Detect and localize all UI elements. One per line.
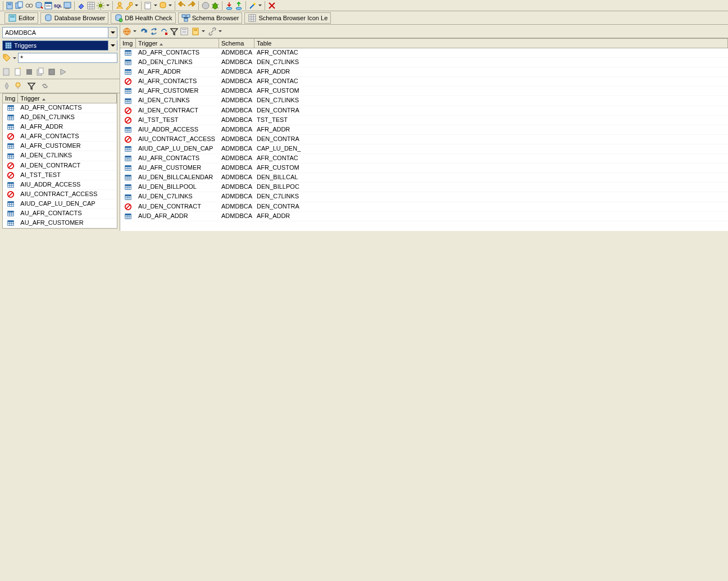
table-row[interactable]: AU_AFR_CONTACTS — [3, 209, 117, 219]
dropdown-arrow-icon[interactable] — [12, 53, 17, 62]
table-row[interactable]: AD_DEN_C7LINKS — [3, 113, 117, 122]
link-icon[interactable] — [40, 81, 49, 90]
combo-dropdown-button[interactable] — [108, 40, 117, 51]
svg-rect-102 — [125, 185, 131, 187]
dropdown-arrow-icon[interactable] — [168, 1, 172, 10]
user-icon[interactable] — [115, 1, 124, 10]
undo-icon[interactable] — [178, 1, 186, 10]
download-icon[interactable] — [225, 1, 234, 10]
play-icon[interactable] — [58, 67, 67, 76]
chain-icon[interactable] — [208, 27, 217, 36]
table-row[interactable]: AD_AFR_CONTACTSADMDBCAAFR_CONTAC — [120, 48, 728, 58]
table-row[interactable]: AUD_AFR_ADDRADMDBCAAFR_ADDR — [120, 212, 728, 221]
new-icon[interactable] — [13, 67, 22, 76]
wand-icon[interactable] — [248, 1, 257, 10]
upload-icon[interactable] — [234, 1, 243, 10]
right-trigger-grid[interactable]: Img Trigger Schema Table AD_AFR_CONTACTS… — [120, 38, 728, 231]
dropdown-arrow-icon[interactable] — [218, 27, 222, 36]
table-row[interactable]: AD_DEN_C7LINKSADMDBCADEN_C7LINKS — [120, 58, 728, 67]
toolbar-btn-12[interactable] — [144, 1, 153, 10]
table-row[interactable]: AI_TST_TEST — [3, 171, 117, 180]
tab-schema-browser[interactable]: Schema Browser — [178, 12, 243, 24]
table-row[interactable]: AIU_CONTRACT_ACCESSADMDBCADEN_CONTRA — [120, 135, 728, 144]
toolbar-btn-13[interactable] — [158, 1, 167, 10]
table-row[interactable]: AU_DEN_BILLPOOLADMDBCADEN_BILLPOC — [120, 183, 728, 192]
dropdown-arrow-icon[interactable] — [258, 1, 262, 10]
grid-icon[interactable] — [87, 1, 95, 10]
stop-icon[interactable] — [25, 67, 34, 76]
tab-schema-browser-icon-legend[interactable]: Schema Browser Icon Le — [244, 12, 331, 24]
toolbar-btn-2[interactable] — [15, 1, 24, 10]
table-row[interactable]: AI_AFR_CUSTOMERADMDBCAAFR_CUSTOM — [120, 87, 728, 96]
tab-database-browser[interactable]: Database Browser — [40, 12, 109, 24]
table-row[interactable]: AI_AFR_ADDR — [3, 122, 117, 132]
table-row[interactable]: AIU_CONTRACT_ACCESS — [3, 190, 117, 199]
tag-icon[interactable] — [2, 53, 11, 62]
funnel-icon[interactable] — [27, 81, 36, 90]
col-trigger[interactable]: Trigger — [18, 94, 117, 103]
col-img[interactable]: Img — [120, 39, 136, 48]
table-row[interactable]: AD_AFR_CONTACTS — [3, 103, 117, 113]
glasses-icon[interactable] — [25, 1, 34, 10]
table-row[interactable]: AU_DEN_C7LINKSADMDBCADEN_C7LINKS — [120, 192, 728, 202]
funnel-icon[interactable] — [170, 27, 179, 36]
stop-icon[interactable] — [201, 1, 210, 10]
refresh-all-icon[interactable] — [149, 27, 158, 36]
table-row[interactable]: AU_DEN_BILLCALENDARADMDBCADEN_BILLCAL — [120, 173, 728, 183]
table-row[interactable]: AI_DEN_C7LINKSADMDBCADEN_C7LINKS — [120, 96, 728, 106]
refresh-stop-icon[interactable] — [160, 27, 169, 36]
gear-icon[interactable] — [96, 1, 105, 10]
bug-icon[interactable] — [211, 1, 220, 10]
object-type-combo[interactable]: Triggers — [2, 40, 117, 51]
toolbar-btn-5[interactable] — [44, 1, 53, 10]
table-row[interactable]: AI_AFR_ADDRADMDBCAAFR_ADDR — [120, 67, 728, 77]
toolbar-btn[interactable] — [2, 81, 11, 90]
col-trigger[interactable]: Trigger — [136, 39, 219, 48]
table-row[interactable]: AU_AFR_CONTACTSADMDBCAAFR_CONTAC — [120, 154, 728, 164]
globe-icon[interactable] — [122, 27, 131, 36]
bulb-icon[interactable] — [13, 81, 22, 90]
table-row[interactable]: AI_TST_TESTADMDBCATST_TEST — [120, 116, 728, 125]
table-row[interactable]: AU_AFR_CUSTOMER — [3, 219, 117, 228]
table-row[interactable]: AI_AFR_CUSTOMER — [3, 142, 117, 151]
combo-dropdown-button[interactable] — [108, 28, 117, 38]
table-row[interactable]: AU_AFR_CUSTOMERADMDBCAAFR_CUSTOM — [120, 164, 728, 173]
filter-input[interactable] — [18, 53, 117, 63]
copy-icon[interactable] — [36, 67, 45, 76]
dropdown-arrow-icon[interactable] — [106, 1, 110, 10]
close-icon[interactable] — [267, 1, 276, 10]
toolbar-btn[interactable] — [47, 67, 56, 76]
table-row[interactable]: AI_AFR_CONTACTS — [3, 132, 117, 142]
table-row[interactable]: AI_DEN_CONTRACTADMDBCADEN_CONTRA — [120, 106, 728, 116]
toolbar-btn-1[interactable] — [6, 1, 15, 10]
table-row[interactable]: AIUD_CAP_LU_DEN_CAPADMDBCACAP_LU_DEN_ — [120, 144, 728, 154]
tab-editor[interactable]: Editor — [4, 12, 38, 24]
tab-db-health-check[interactable]: DB Health Check — [111, 12, 175, 24]
dropdown-arrow-icon[interactable] — [201, 27, 206, 36]
schema-combo[interactable]: ADMDBCA — [2, 27, 117, 38]
table-row[interactable]: AIUD_CAP_LU_DEN_CAP — [3, 199, 117, 209]
dropdown-arrow-icon[interactable] — [153, 1, 158, 10]
key-icon[interactable] — [125, 1, 134, 10]
col-img[interactable]: Img — [3, 94, 18, 103]
dropdown-arrow-icon[interactable] — [134, 1, 139, 10]
refresh-icon[interactable] — [139, 27, 148, 36]
col-schema[interactable]: Schema — [219, 39, 254, 48]
table-row[interactable]: AU_DEN_CONTRACTADMDBCADEN_CONTRA — [120, 202, 728, 212]
table-row[interactable]: AI_DEN_CONTRACT — [3, 161, 117, 171]
table-row[interactable]: AIU_ADDR_ACCESSADMDBCAAFR_ADDR — [120, 125, 728, 135]
table-row[interactable]: AIU_ADDR_ACCESS — [3, 180, 117, 190]
detail-icon[interactable] — [180, 27, 189, 36]
sql-icon[interactable]: SQL — [53, 1, 62, 10]
table-row[interactable]: AI_DEN_C7LINKS — [3, 151, 117, 161]
eraser-icon[interactable] — [77, 1, 86, 10]
toolbar-btn[interactable] — [2, 67, 11, 76]
col-table[interactable]: Table — [254, 39, 728, 48]
dropdown-arrow-icon[interactable] — [133, 27, 137, 36]
redo-icon[interactable] — [187, 1, 196, 10]
toolbar-btn-7[interactable] — [63, 1, 72, 10]
left-trigger-list[interactable]: Img Trigger AD_AFR_CONTACTSAD_DEN_C7LINK… — [2, 93, 117, 229]
toolbar-btn-4[interactable] — [34, 1, 43, 10]
table-row[interactable]: AI_AFR_CONTACTSADMDBCAAFR_CONTAC — [120, 77, 728, 87]
script-icon[interactable] — [191, 27, 200, 36]
